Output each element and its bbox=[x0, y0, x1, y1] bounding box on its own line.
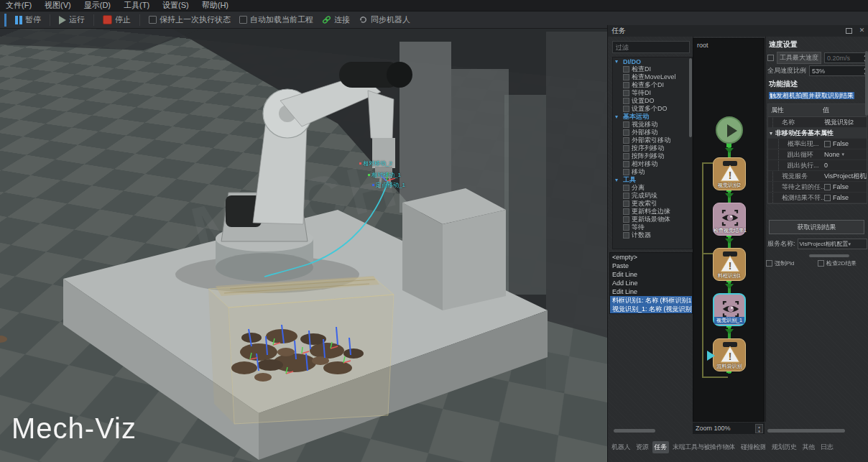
tab-resources[interactable]: 资源 bbox=[634, 441, 650, 453]
pause-icon bbox=[15, 16, 22, 24]
check-2d-checkbox[interactable]: 检查2D结果 bbox=[818, 259, 867, 267]
speed-settings-header: 速度设置 bbox=[769, 40, 868, 50]
prop-row-vision-service[interactable]: 视觉服务 VisProject相机配置 bbox=[768, 171, 867, 182]
task-panel: 任务 ✕ ▾ DI/DO 检查DI 检查MoveLevel 检查多个DI 等待D… bbox=[607, 25, 868, 462]
run-button[interactable]: 运行 bbox=[59, 14, 85, 25]
tab-end-tools-objects[interactable]: 末端工具与被操作物体 bbox=[670, 441, 737, 453]
prop-row[interactable]: 跳出循环 None ▾ bbox=[768, 149, 867, 160]
viewport-3d[interactable]: MECH MIND bbox=[0, 29, 607, 462]
get-result-button[interactable]: 获取识别结果 bbox=[769, 220, 864, 234]
history-item[interactable]: Edit Line bbox=[610, 287, 692, 296]
loop-edge bbox=[702, 376, 728, 378]
tool-speed-label: 工具最大速度 bbox=[777, 52, 821, 64]
checkbox-icon[interactable] bbox=[824, 184, 831, 190]
flow-node-start[interactable] bbox=[716, 116, 743, 144]
connect-button[interactable]: 连接 bbox=[322, 14, 350, 25]
checkbox-icon bbox=[239, 16, 247, 24]
flow-node-vision[interactable]: ! 视觉识别2 bbox=[713, 157, 746, 190]
task-item[interactable]: 检查多个DI bbox=[613, 81, 692, 89]
prop-row[interactable]: 检测结果不符... False bbox=[768, 193, 867, 203]
library-scrollbar[interactable] bbox=[689, 58, 692, 137]
keep-state-checkbox[interactable]: 保持上一次执行状态 bbox=[149, 14, 231, 25]
eye-icon bbox=[719, 207, 742, 228]
autoload-checkbox[interactable]: 自动加载当前工程 bbox=[239, 14, 313, 25]
checkbox-icon[interactable] bbox=[824, 195, 831, 201]
task-icon bbox=[623, 66, 629, 73]
history-item[interactable]: 料框识别1: 名称 (料框识别1 · bbox=[610, 296, 692, 305]
global-speed-input[interactable]: 53% ▴▾ bbox=[809, 65, 867, 76]
task-icon bbox=[623, 153, 629, 160]
prop-group-header[interactable]: ▾ 非移动任务基本属性 bbox=[768, 128, 867, 139]
keep-state-label: 保持上一次执行状态 bbox=[160, 14, 231, 25]
menu-help[interactable]: 帮助(H) bbox=[202, 0, 228, 11]
menu-file[interactable]: 文件(F) bbox=[6, 0, 32, 11]
loop-edge bbox=[702, 162, 703, 378]
task-group-tools[interactable]: ▾ 工具 bbox=[613, 176, 692, 184]
history-item[interactable]: Paste bbox=[610, 262, 692, 270]
task-icon bbox=[623, 145, 629, 152]
stop-icon bbox=[103, 15, 112, 24]
sync-robot-label: 同步机器人 bbox=[371, 14, 410, 25]
history-item[interactable]: Add Line bbox=[610, 279, 692, 287]
toolbar-separator bbox=[50, 14, 50, 26]
force-pld-checkbox[interactable]: 强制Pld bbox=[766, 259, 815, 267]
tool-speed-input[interactable]: 0.20m/s ▴▾ bbox=[824, 52, 867, 63]
sync-robot-button[interactable]: 同步机器人 bbox=[359, 14, 410, 25]
task-item[interactable]: 相对移动 bbox=[613, 160, 692, 168]
stop-button[interactable]: 停止 bbox=[103, 14, 131, 25]
zoom-stepper[interactable]: ▴▾ bbox=[755, 424, 763, 433]
task-item[interactable]: 更新场景物体 bbox=[613, 216, 692, 223]
warning-icon: ! bbox=[719, 345, 741, 364]
task-group-dido[interactable]: ▾ DI/DO bbox=[613, 57, 692, 65]
history-item[interactable]: <empty> bbox=[610, 253, 692, 262]
chevron-down-icon: ▾ bbox=[615, 114, 621, 120]
chevron-down-icon[interactable]: ▾ bbox=[842, 152, 845, 157]
pause-button[interactable]: 暂停 bbox=[15, 14, 41, 25]
task-item[interactable]: 计数器 bbox=[613, 231, 692, 239]
warning-icon: ! bbox=[719, 164, 741, 183]
flow-node-vision-selected[interactable]: 视觉识别_1 bbox=[713, 293, 746, 326]
tab-others[interactable]: 其他 bbox=[800, 441, 817, 453]
menu-view[interactable]: 视图(V) bbox=[45, 0, 71, 11]
flow-node-bin-recognition[interactable]: ! 料框识别1 bbox=[713, 248, 746, 281]
inspector-panel: 速度设置 工具最大速度 0.20m/s ▴▾ 全局速度比例 53% ▴▾ 功能描… bbox=[766, 37, 868, 439]
node-label: 检查视觉结果1 bbox=[714, 227, 745, 234]
menu-settings[interactable]: 设置(S) bbox=[162, 0, 189, 11]
float-panel-icon[interactable] bbox=[846, 28, 852, 34]
prop-row[interactable]: 等待之前的任... False bbox=[768, 182, 867, 193]
tab-log[interactable]: 日志 bbox=[818, 441, 835, 453]
close-panel-icon[interactable]: ✕ bbox=[858, 27, 866, 34]
tab-plan-history[interactable]: 规划历史 bbox=[770, 441, 799, 453]
task-item[interactable]: 等待 bbox=[613, 223, 692, 231]
tab-tasks[interactable]: 任务 bbox=[652, 441, 669, 453]
checkbox-icon bbox=[149, 16, 157, 24]
task-icon bbox=[623, 137, 629, 144]
flow-node-check-vision[interactable]: 检查视觉结果1 bbox=[713, 203, 746, 236]
tool-speed-checkbox[interactable] bbox=[767, 55, 774, 61]
zoom-label: Zoom 100% bbox=[693, 425, 755, 432]
tab-robot[interactable]: 机器人 bbox=[609, 441, 632, 453]
inspector-vscrollbar[interactable] bbox=[865, 51, 868, 116]
properties-hscrollbar[interactable] bbox=[809, 254, 849, 257]
waypoint-label: 定点移动_1 bbox=[372, 181, 405, 189]
arrow-down-icon bbox=[725, 193, 734, 198]
menu-tools[interactable]: 工具(T) bbox=[124, 0, 149, 11]
checkbox-icon[interactable] bbox=[824, 141, 831, 147]
prop-row[interactable]: 跳出执行... 0 bbox=[768, 160, 867, 171]
prop-row-name[interactable]: 名称 视觉识别2 bbox=[768, 117, 867, 128]
service-name-dropdown[interactable]: VisProject相机配置 ▾ bbox=[798, 239, 867, 249]
loop-edge bbox=[702, 253, 713, 254]
menu-display[interactable]: 显示(D) bbox=[84, 0, 111, 11]
inspector-hscrollbar[interactable] bbox=[767, 429, 845, 433]
history-hscrollbar[interactable] bbox=[614, 429, 655, 433]
arrow-down-icon bbox=[725, 329, 734, 334]
filter-input[interactable] bbox=[612, 41, 690, 53]
workflow-canvas[interactable]: root bbox=[693, 38, 765, 422]
history-item[interactable]: Edit Line bbox=[610, 270, 692, 279]
tab-collision[interactable]: 碰撞检测 bbox=[739, 441, 768, 453]
prop-row[interactable]: 概率出现... False bbox=[768, 139, 867, 149]
history-item-selected[interactable]: 视觉识别_1: 名称 (视觉识别) bbox=[610, 305, 692, 313]
flow-node-current[interactable]: ! 混料袋识别 bbox=[713, 338, 746, 371]
scene-graphics bbox=[0, 29, 607, 462]
description-text: 触发相机拍照并获取识别结果 bbox=[769, 91, 866, 101]
